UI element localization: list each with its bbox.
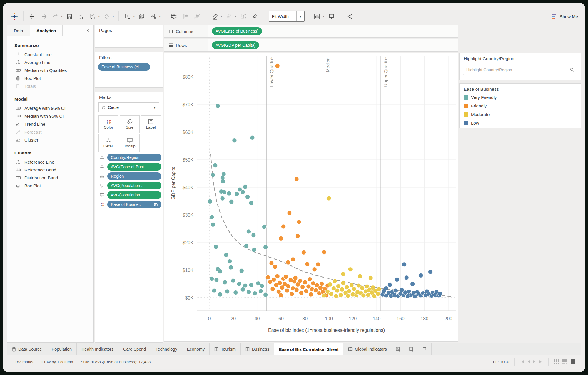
fit-selector-value: Fit Width bbox=[269, 14, 296, 19]
filter-pill-ease-of-business[interactable]: Ease of Business (cl.. bbox=[98, 63, 150, 71]
analytics-item-reference-band[interactable]: Reference Band bbox=[7, 166, 93, 174]
refresh-caret-icon[interactable]: ▾ bbox=[113, 15, 114, 18]
marks-pill-avg-ease[interactable]: AVG(Ease of Busi.. bbox=[107, 163, 161, 171]
analytics-item-median-quartiles[interactable]: Median with Quartiles bbox=[7, 66, 93, 74]
tooltip-button[interactable]: Tooltip bbox=[120, 134, 140, 152]
back-button[interactable] bbox=[28, 12, 37, 21]
cards-caret-icon[interactable]: ▾ bbox=[323, 15, 325, 18]
analytics-item-box-plot[interactable]: Box Plot bbox=[7, 74, 93, 82]
analytics-item-median-ci[interactable]: Median with 95% CI bbox=[7, 112, 93, 120]
collapse-pane-icon[interactable] bbox=[86, 25, 93, 36]
analytics-pane: Data Analytics Summarize Constant Line A… bbox=[7, 25, 94, 343]
analytics-item-constant-line[interactable]: Constant Line bbox=[7, 51, 93, 58]
new-worksheet-button[interactable] bbox=[392, 343, 405, 355]
aggregate-summary: SUM of AVG(Ease of Business): 17,423 bbox=[81, 360, 151, 364]
show-me-button[interactable]: Show Me bbox=[551, 14, 578, 19]
pause-updates-icon[interactable] bbox=[88, 12, 97, 21]
forward-button[interactable] bbox=[39, 12, 48, 21]
sheet-tab-global-indicators[interactable]: Global Indicators bbox=[343, 343, 392, 355]
legend-item-friendly[interactable]: Friendly bbox=[460, 102, 581, 110]
redo-icon[interactable] bbox=[51, 12, 60, 21]
analytics-item-reference-line[interactable]: Reference Line bbox=[7, 158, 93, 166]
format-attachment-icon[interactable] bbox=[225, 12, 233, 21]
redo-caret-icon[interactable]: ▾ bbox=[61, 15, 63, 18]
color-icon bbox=[99, 203, 105, 206]
marks-pill-ease-of-business-color[interactable]: Ease of Busine.. bbox=[107, 201, 161, 208]
sheet-tab-tourism[interactable]: Tourism bbox=[210, 343, 241, 355]
legend-item-moderate[interactable]: Moderate bbox=[460, 110, 581, 119]
label-button[interactable]: Label bbox=[141, 115, 161, 133]
marks-pill-region[interactable]: Region bbox=[107, 172, 161, 180]
tab-data[interactable]: Data bbox=[7, 25, 30, 36]
duplicate-sheet-icon[interactable] bbox=[137, 12, 146, 21]
swap-rows-columns-icon[interactable] bbox=[170, 12, 178, 21]
marks-pill-country-region[interactable]: Country/Region bbox=[107, 154, 161, 161]
view-split-icon[interactable] bbox=[562, 359, 567, 364]
legend-item-very-friendly[interactable]: Very Friendly bbox=[460, 93, 581, 102]
columns-shelf[interactable]: Columns AVG(Ease of Business) bbox=[164, 25, 458, 38]
highlight-icon[interactable] bbox=[211, 12, 219, 21]
fit-selector[interactable]: Fit Width ▼ bbox=[269, 11, 305, 22]
clear-sheet-icon[interactable] bbox=[149, 12, 158, 21]
text-label-icon[interactable] bbox=[239, 12, 248, 21]
analytics-item-trend-line[interactable]: Trend Line bbox=[7, 120, 93, 128]
show-hide-cards-icon[interactable] bbox=[313, 12, 322, 21]
detail-icon bbox=[99, 174, 105, 178]
share-icon[interactable] bbox=[345, 12, 354, 21]
sheet-tab-economy[interactable]: Economy bbox=[182, 343, 210, 355]
color-icon bbox=[106, 119, 111, 124]
legend-item-low[interactable]: Low bbox=[460, 119, 581, 127]
pause-caret-icon[interactable]: ▾ bbox=[98, 15, 100, 18]
highlight-search[interactable] bbox=[463, 65, 577, 75]
refresh-icon[interactable] bbox=[102, 12, 111, 21]
rows-pill-avg-gdp-per-capita[interactable]: AVG(GDP per Capita) bbox=[212, 41, 259, 49]
new-sheet-caret-icon[interactable]: ▾ bbox=[133, 15, 135, 18]
analytics-item-average-ci[interactable]: Average with 95% CI bbox=[7, 104, 93, 112]
highlight-search-input[interactable] bbox=[463, 68, 570, 72]
tab-analytics[interactable]: Analytics bbox=[30, 25, 63, 36]
svg-text:80: 80 bbox=[302, 316, 308, 321]
detail-button[interactable]: Detail bbox=[98, 134, 118, 152]
save-icon[interactable] bbox=[65, 12, 74, 21]
analytics-item-average-line[interactable]: Average Line bbox=[7, 58, 93, 66]
format-caret-icon[interactable]: ▾ bbox=[235, 15, 236, 18]
marks-pill-avg-population-2[interactable]: AVG(Population .. bbox=[107, 191, 161, 199]
sort-ascending-icon[interactable] bbox=[181, 12, 190, 21]
clear-caret-icon[interactable]: ▾ bbox=[159, 15, 161, 18]
sheet-tab-data-source[interactable]: Data Source bbox=[7, 343, 47, 355]
fit-dropdown-icon[interactable]: ▼ bbox=[296, 11, 304, 21]
sort-descending-icon[interactable] bbox=[193, 12, 201, 21]
sheet-tab-ease-of-biz-correlation[interactable]: Ease of Biz Correlation Sheet bbox=[274, 343, 343, 355]
analytics-item-custom-box-plot[interactable]: Box Plot bbox=[7, 182, 93, 190]
view-grid-icon[interactable] bbox=[554, 359, 559, 364]
columns-pill-avg-ease-of-business[interactable]: AVG(Ease of Business) bbox=[212, 27, 262, 35]
chart-canvas[interactable]: $0K$10K$20K$30K$40K$50K$60K$70K$80K02040… bbox=[164, 53, 458, 342]
sheet-tab-care-spend[interactable]: Care Spend bbox=[118, 343, 151, 355]
sheet-tab-technology[interactable]: Technology bbox=[151, 343, 182, 355]
sheet-tab-population[interactable]: Population bbox=[47, 343, 77, 355]
mark-type-dropdown[interactable]: Circle ▼ bbox=[98, 102, 159, 112]
highlight-caret-icon[interactable]: ▾ bbox=[221, 15, 222, 18]
page-navigation[interactable] bbox=[520, 360, 543, 364]
new-dashboard-button[interactable] bbox=[405, 343, 418, 355]
scatter-plot[interactable]: $0K$10K$20K$30K$40K$50K$60K$70K$80K02040… bbox=[164, 53, 458, 342]
presentation-mode-icon[interactable] bbox=[327, 12, 336, 21]
svg-text:100: 100 bbox=[325, 316, 333, 321]
marks-pill-row: AVG(Population .. bbox=[99, 182, 163, 189]
analytics-item-distribution-band[interactable]: Distribution Band bbox=[7, 174, 93, 182]
marks-pill-avg-population-1[interactable]: AVG(Population .. bbox=[107, 182, 161, 189]
sheet-tab-health-indicators[interactable]: Health Indicators bbox=[77, 343, 118, 355]
view-single-icon[interactable] bbox=[570, 359, 575, 364]
new-worksheet-icon[interactable] bbox=[123, 12, 132, 21]
search-icon[interactable] bbox=[570, 68, 574, 72]
analytics-item-cluster[interactable]: Cluster bbox=[7, 136, 93, 144]
svg-text:$30K: $30K bbox=[183, 213, 194, 218]
tableau-logo-icon[interactable] bbox=[10, 12, 19, 21]
sheet-tab-business[interactable]: Business bbox=[241, 343, 274, 355]
rows-shelf[interactable]: Rows AVG(GDP per Capita) bbox=[164, 39, 458, 52]
size-button[interactable]: Size bbox=[120, 115, 140, 133]
color-button[interactable]: Color bbox=[98, 115, 118, 133]
new-data-source-icon[interactable] bbox=[77, 12, 86, 21]
pin-icon[interactable] bbox=[250, 12, 259, 21]
new-story-button[interactable] bbox=[418, 343, 432, 355]
